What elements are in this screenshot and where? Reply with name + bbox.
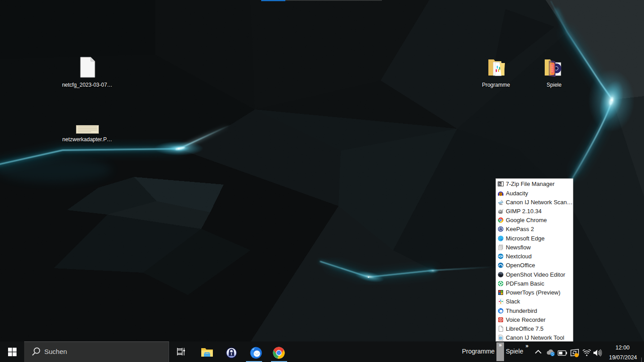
svg-text:7z: 7z (499, 183, 501, 185)
